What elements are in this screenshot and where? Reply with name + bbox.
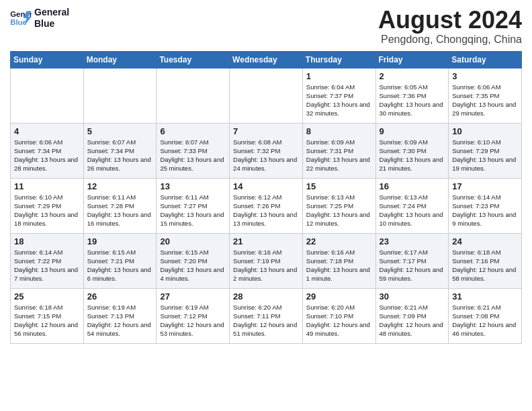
day-info: Sunrise: 6:20 AM Sunset: 7:11 PM Dayligh… (233, 303, 299, 338)
day-number: 10 (452, 126, 518, 136)
day-number: 30 (380, 291, 445, 302)
day-number: 12 (87, 181, 153, 191)
title-block: August 2024 Pengdong, Chongqing, China (378, 7, 522, 46)
day-info: Sunrise: 6:15 AM Sunset: 7:20 PM Dayligh… (160, 248, 226, 283)
calendar-day-cell: 7Sunrise: 6:08 AM Sunset: 7:32 PM Daylig… (230, 123, 303, 178)
col-monday: Monday (83, 51, 157, 68)
day-number: 21 (233, 236, 299, 246)
calendar-week-row: 18Sunrise: 6:14 AM Sunset: 7:22 PM Dayli… (11, 233, 522, 288)
day-info: Sunrise: 6:17 AM Sunset: 7:17 PM Dayligh… (380, 248, 445, 283)
calendar-day-cell: 29Sunrise: 6:20 AM Sunset: 7:10 PM Dayli… (302, 288, 375, 343)
calendar-day-cell: 6Sunrise: 6:07 AM Sunset: 7:33 PM Daylig… (157, 123, 230, 178)
calendar-day-cell: 27Sunrise: 6:19 AM Sunset: 7:12 PM Dayli… (157, 288, 230, 343)
calendar-day-cell: 26Sunrise: 6:19 AM Sunset: 7:13 PM Dayli… (83, 288, 157, 343)
day-info: Sunrise: 6:09 AM Sunset: 7:30 PM Dayligh… (380, 138, 445, 173)
day-number: 17 (452, 181, 518, 191)
calendar-day-cell: 15Sunrise: 6:13 AM Sunset: 7:25 PM Dayli… (302, 178, 375, 233)
calendar-day-cell (83, 68, 157, 123)
day-info: Sunrise: 6:18 AM Sunset: 7:16 PM Dayligh… (452, 248, 518, 283)
day-number: 8 (306, 126, 372, 136)
day-number: 14 (233, 181, 299, 191)
calendar-day-cell: 10Sunrise: 6:10 AM Sunset: 7:29 PM Dayli… (449, 123, 522, 178)
day-number: 26 (87, 291, 153, 302)
calendar-day-cell: 31Sunrise: 6:21 AM Sunset: 7:08 PM Dayli… (449, 288, 522, 343)
day-info: Sunrise: 6:14 AM Sunset: 7:22 PM Dayligh… (14, 248, 80, 283)
day-number: 23 (380, 236, 445, 246)
day-info: Sunrise: 6:20 AM Sunset: 7:10 PM Dayligh… (306, 303, 372, 338)
calendar-day-cell: 28Sunrise: 6:20 AM Sunset: 7:11 PM Dayli… (230, 288, 303, 343)
page-header: General Blue General Blue August 2024 Pe… (10, 7, 522, 46)
day-number: 5 (87, 126, 153, 136)
day-number: 31 (452, 291, 518, 302)
calendar-day-cell: 21Sunrise: 6:16 AM Sunset: 7:19 PM Dayli… (230, 233, 303, 288)
day-info: Sunrise: 6:12 AM Sunset: 7:26 PM Dayligh… (233, 193, 299, 228)
day-info: Sunrise: 6:15 AM Sunset: 7:21 PM Dayligh… (87, 248, 153, 283)
calendar-body: 1Sunrise: 6:04 AM Sunset: 7:37 PM Daylig… (11, 68, 522, 343)
logo-text-blue: Blue (34, 18, 69, 30)
day-number: 13 (160, 181, 226, 191)
day-number: 1 (306, 71, 372, 81)
calendar-day-cell (230, 68, 303, 123)
calendar-day-cell: 30Sunrise: 6:21 AM Sunset: 7:09 PM Dayli… (375, 288, 449, 343)
day-info: Sunrise: 6:21 AM Sunset: 7:08 PM Dayligh… (452, 303, 518, 338)
calendar-day-cell (11, 68, 84, 123)
day-number: 20 (160, 236, 226, 246)
month-title: August 2024 (378, 7, 522, 34)
calendar-week-row: 11Sunrise: 6:10 AM Sunset: 7:29 PM Dayli… (11, 178, 522, 233)
calendar-day-cell: 5Sunrise: 6:07 AM Sunset: 7:34 PM Daylig… (83, 123, 157, 178)
day-number: 6 (160, 126, 226, 136)
logo-text-general: General (34, 7, 69, 18)
day-info: Sunrise: 6:21 AM Sunset: 7:09 PM Dayligh… (380, 303, 445, 338)
day-info: Sunrise: 6:10 AM Sunset: 7:29 PM Dayligh… (14, 193, 80, 228)
day-number: 28 (233, 291, 299, 302)
col-sunday: Sunday (11, 51, 84, 68)
day-number: 22 (306, 236, 372, 246)
day-info: Sunrise: 6:19 AM Sunset: 7:13 PM Dayligh… (87, 303, 153, 338)
day-info: Sunrise: 6:07 AM Sunset: 7:33 PM Dayligh… (160, 138, 226, 173)
logo-icon: General Blue (10, 9, 32, 28)
day-info: Sunrise: 6:07 AM Sunset: 7:34 PM Dayligh… (87, 138, 153, 173)
day-info: Sunrise: 6:05 AM Sunset: 7:36 PM Dayligh… (380, 83, 445, 118)
calendar-day-cell: 17Sunrise: 6:14 AM Sunset: 7:23 PM Dayli… (449, 178, 522, 233)
day-info: Sunrise: 6:04 AM Sunset: 7:37 PM Dayligh… (306, 83, 372, 118)
day-info: Sunrise: 6:08 AM Sunset: 7:32 PM Dayligh… (233, 138, 299, 173)
calendar-week-row: 1Sunrise: 6:04 AM Sunset: 7:37 PM Daylig… (11, 68, 522, 123)
col-friday: Friday (375, 51, 449, 68)
calendar-day-cell: 13Sunrise: 6:11 AM Sunset: 7:27 PM Dayli… (157, 178, 230, 233)
calendar-day-cell: 4Sunrise: 6:06 AM Sunset: 7:34 PM Daylig… (11, 123, 84, 178)
day-number: 29 (306, 291, 372, 302)
day-number: 25 (14, 291, 80, 302)
calendar-week-row: 25Sunrise: 6:18 AM Sunset: 7:15 PM Dayli… (11, 288, 522, 343)
col-tuesday: Tuesday (157, 51, 230, 68)
weekday-header-row: Sunday Monday Tuesday Wednesday Thursday… (11, 51, 522, 68)
day-info: Sunrise: 6:13 AM Sunset: 7:24 PM Dayligh… (380, 193, 445, 228)
day-info: Sunrise: 6:16 AM Sunset: 7:18 PM Dayligh… (306, 248, 372, 283)
calendar-day-cell: 24Sunrise: 6:18 AM Sunset: 7:16 PM Dayli… (449, 233, 522, 288)
calendar-day-cell (157, 68, 230, 123)
day-info: Sunrise: 6:14 AM Sunset: 7:23 PM Dayligh… (452, 193, 518, 228)
day-number: 15 (306, 181, 372, 191)
day-number: 4 (14, 126, 80, 136)
calendar-day-cell: 23Sunrise: 6:17 AM Sunset: 7:17 PM Dayli… (375, 233, 449, 288)
calendar-day-cell: 18Sunrise: 6:14 AM Sunset: 7:22 PM Dayli… (11, 233, 84, 288)
day-info: Sunrise: 6:16 AM Sunset: 7:19 PM Dayligh… (233, 248, 299, 283)
day-number: 2 (380, 71, 445, 81)
calendar-week-row: 4Sunrise: 6:06 AM Sunset: 7:34 PM Daylig… (11, 123, 522, 178)
day-info: Sunrise: 6:09 AM Sunset: 7:31 PM Dayligh… (306, 138, 372, 173)
day-info: Sunrise: 6:06 AM Sunset: 7:34 PM Dayligh… (14, 138, 80, 173)
day-number: 11 (14, 181, 80, 191)
day-info: Sunrise: 6:11 AM Sunset: 7:28 PM Dayligh… (87, 193, 153, 228)
calendar-day-cell: 22Sunrise: 6:16 AM Sunset: 7:18 PM Dayli… (302, 233, 375, 288)
calendar-day-cell: 12Sunrise: 6:11 AM Sunset: 7:28 PM Dayli… (83, 178, 157, 233)
calendar-day-cell: 3Sunrise: 6:06 AM Sunset: 7:35 PM Daylig… (449, 68, 522, 123)
day-number: 18 (14, 236, 80, 246)
day-info: Sunrise: 6:19 AM Sunset: 7:12 PM Dayligh… (160, 303, 226, 338)
calendar-day-cell: 9Sunrise: 6:09 AM Sunset: 7:30 PM Daylig… (375, 123, 449, 178)
calendar-day-cell: 25Sunrise: 6:18 AM Sunset: 7:15 PM Dayli… (11, 288, 84, 343)
calendar-day-cell: 11Sunrise: 6:10 AM Sunset: 7:29 PM Dayli… (11, 178, 84, 233)
day-number: 7 (233, 126, 299, 136)
calendar-day-cell: 16Sunrise: 6:13 AM Sunset: 7:24 PM Dayli… (375, 178, 449, 233)
day-info: Sunrise: 6:13 AM Sunset: 7:25 PM Dayligh… (306, 193, 372, 228)
col-wednesday: Wednesday (230, 51, 303, 68)
calendar-day-cell: 2Sunrise: 6:05 AM Sunset: 7:36 PM Daylig… (375, 68, 449, 123)
